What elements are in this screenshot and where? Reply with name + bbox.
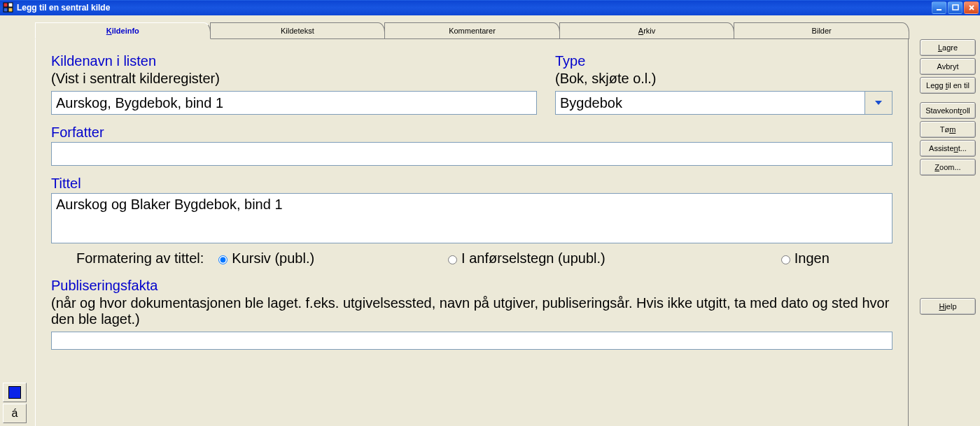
content: Kildeinfo Kildetekst Kommentarer Arkiv B… <box>35 22 909 426</box>
svg-rect-5 <box>953 5 958 10</box>
format-label: Formatering av tittel: <box>76 250 204 267</box>
svg-rect-4 <box>937 9 941 10</box>
panel-kildeinfo: Kildenavn i listen (Vist i sentralt kild… <box>35 39 909 426</box>
tab-arkiv[interactable]: Arkiv <box>559 22 735 39</box>
right-button-stack: Lagre Avbryt Legg til en til Stavekontro… <box>920 39 976 176</box>
avbryt-button[interactable]: Avbryt <box>920 58 976 75</box>
row-format: Formatering av tittel: Kursiv (publ.) I … <box>76 250 892 267</box>
minimize-button[interactable] <box>932 1 946 14</box>
lagre-button[interactable]: Lagre <box>920 39 976 56</box>
color-swatch-button[interactable] <box>3 383 27 402</box>
radio-kursiv-input[interactable] <box>218 255 227 264</box>
tom-button[interactable]: Tøm <box>920 121 976 138</box>
assistent-button[interactable]: Assistent... <box>920 140 976 157</box>
titlebar: Legg til en sentral kilde <box>0 0 980 15</box>
left-dock: á <box>3 383 27 423</box>
stavekontroll-button[interactable]: Stavekontroll <box>920 102 976 119</box>
forfatter-input[interactable] <box>51 142 892 166</box>
radio-anforsel-input[interactable] <box>448 255 457 264</box>
char-a-acute: á <box>12 407 18 420</box>
type-dropdown-button[interactable] <box>864 91 892 115</box>
close-button[interactable] <box>964 1 979 14</box>
radio-ingen[interactable]: Ingen <box>778 250 830 267</box>
svg-marker-8 <box>875 101 882 105</box>
radio-kursiv[interactable]: Kursiv (publ.) <box>215 250 314 267</box>
publ-input[interactable] <box>51 332 892 350</box>
kildenavn-label: Kildenavn i listen <box>51 53 537 69</box>
tittel-label: Tittel <box>51 176 892 192</box>
tab-kommentarer[interactable]: Kommentarer <box>384 22 560 39</box>
blue-square-icon <box>8 386 21 399</box>
publ-label: Publiseringsfakta <box>51 278 892 294</box>
svg-rect-0 <box>4 3 8 7</box>
publ-sub: (når og hvor dokumentasjonen ble laget. … <box>51 295 892 327</box>
type-input[interactable] <box>555 91 864 115</box>
window-controls <box>932 1 979 14</box>
tab-kildeinfo[interactable]: Kildeinfo <box>35 22 211 39</box>
type-combo <box>555 91 892 115</box>
row-tittel: Tittel <box>51 176 892 245</box>
row-kildenavn-type: Kildenavn i listen (Vist i sentralt kild… <box>51 53 892 115</box>
row-forfatter: Forfatter <box>51 125 892 166</box>
chevron-down-icon <box>875 101 882 105</box>
tabs: Kildeinfo Kildetekst Kommentarer Arkiv B… <box>35 22 909 39</box>
type-sub: (Bok, skjøte o.l.) <box>555 71 892 87</box>
tab-kildetekst[interactable]: Kildetekst <box>210 22 386 39</box>
main-area: á Kildeinfo Kildetekst Kommentarer Arkiv… <box>0 15 980 426</box>
window-title: Legg til en sentral kilde <box>17 3 110 13</box>
hjelp-button[interactable]: Hjelp <box>920 298 976 315</box>
svg-rect-1 <box>8 3 13 7</box>
tab-bilder[interactable]: Bilder <box>734 22 909 39</box>
row-publ: Publiseringsfakta (når og hvor dokumenta… <box>51 278 892 351</box>
forfatter-label: Forfatter <box>51 125 892 141</box>
app-icon <box>3 2 14 13</box>
svg-rect-2 <box>4 8 8 12</box>
maximize-button[interactable] <box>948 1 962 14</box>
help-button-holder: Hjelp <box>920 298 976 315</box>
legg-til-en-til-button[interactable]: Legg til en til <box>920 77 976 94</box>
radio-ingen-input[interactable] <box>781 255 790 264</box>
character-button[interactable]: á <box>3 404 27 423</box>
kildenavn-sub: (Vist i sentralt kilderegister) <box>51 71 537 87</box>
kildenavn-input[interactable] <box>51 91 537 115</box>
zoom-button[interactable]: Zoom... <box>920 159 976 176</box>
col-type: Type (Bok, skjøte o.l.) <box>555 53 892 115</box>
svg-rect-3 <box>8 8 13 12</box>
radio-anforsel[interactable]: I anførselstegn (upubl.) <box>444 250 606 267</box>
col-kildenavn: Kildenavn i listen (Vist i sentralt kild… <box>51 53 537 115</box>
tittel-input[interactable] <box>51 193 892 243</box>
type-label: Type <box>555 53 892 69</box>
